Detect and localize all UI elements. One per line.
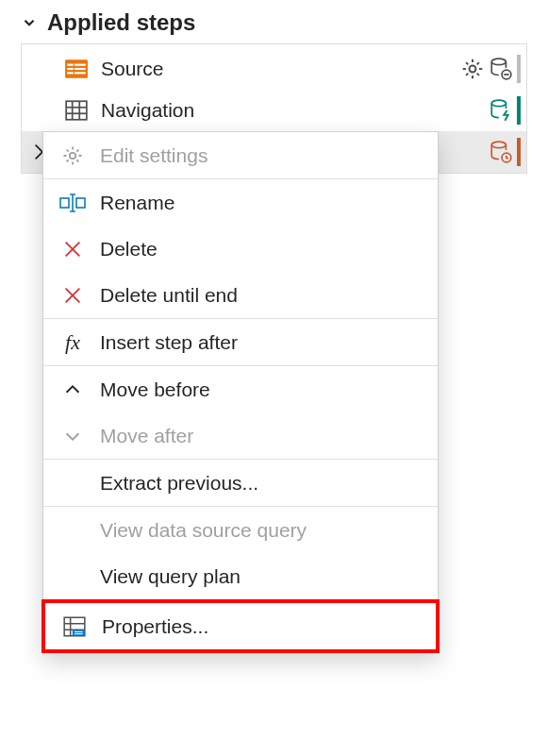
chevron-down-icon <box>57 426 89 446</box>
menu-extract-previous[interactable]: Extract previous... <box>43 460 438 506</box>
menu-move-after: Move after <box>43 412 438 459</box>
step-navigation[interactable]: Navigation <box>22 90 526 131</box>
database-minus-icon[interactable] <box>489 57 513 81</box>
menu-label: Insert step after <box>100 331 238 354</box>
menu-edit-settings: Edit settings <box>43 132 438 178</box>
menu-label: Move after <box>100 425 193 447</box>
menu-rename[interactable]: Rename <box>43 179 438 226</box>
menu-view-data-source-query: View data source query <box>43 507 438 553</box>
database-bolt-icon[interactable] <box>489 98 513 123</box>
menu-insert-step-after[interactable]: fx Insert step after <box>43 319 438 365</box>
step-actions <box>460 55 526 83</box>
menu-label: Extract previous... <box>100 472 258 495</box>
applied-steps-title: Applied steps <box>47 9 195 36</box>
applied-steps-header[interactable]: Applied steps <box>21 9 539 43</box>
delete-icon <box>57 239 89 260</box>
collapse-icon <box>21 14 38 31</box>
step-actions <box>489 138 526 166</box>
status-bar <box>517 138 521 166</box>
step-label: Navigation <box>101 99 489 122</box>
rename-icon <box>57 192 89 214</box>
svg-rect-5 <box>67 72 74 74</box>
svg-point-15 <box>491 100 506 107</box>
svg-point-7 <box>470 66 476 73</box>
menu-label: Rename <box>100 192 174 214</box>
svg-rect-35 <box>73 630 85 636</box>
source-icon <box>63 56 90 82</box>
database-clock-icon[interactable] <box>489 140 513 164</box>
gear-icon <box>57 144 89 167</box>
step-source[interactable]: Source <box>22 48 526 90</box>
delete-icon <box>57 285 89 306</box>
status-bar <box>517 55 521 83</box>
svg-rect-25 <box>76 198 85 208</box>
menu-label: Properties... <box>102 615 208 638</box>
svg-point-23 <box>70 152 75 158</box>
status-bar <box>517 96 521 125</box>
menu-label: View data source query <box>100 519 307 542</box>
menu-label: Delete until end <box>100 284 238 307</box>
properties-icon <box>58 614 91 639</box>
menu-properties[interactable]: Properties... <box>45 603 436 649</box>
menu-label: Delete <box>100 238 158 260</box>
step-label: Source <box>101 58 460 80</box>
svg-rect-3 <box>67 68 74 70</box>
svg-rect-1 <box>67 64 74 66</box>
menu-view-query-plan[interactable]: View query plan <box>43 553 438 599</box>
menu-delete[interactable]: Delete <box>43 226 438 272</box>
gear-icon[interactable] <box>460 57 485 81</box>
svg-rect-24 <box>60 198 69 208</box>
step-actions <box>489 96 526 125</box>
chevron-up-icon <box>57 379 89 400</box>
table-icon <box>63 97 90 124</box>
menu-label: Edit settings <box>100 144 208 167</box>
step-context-menu: Edit settings Rename Delete <box>42 131 439 652</box>
svg-rect-2 <box>75 64 86 66</box>
fx-icon: fx <box>57 330 89 355</box>
svg-rect-4 <box>75 68 86 70</box>
menu-move-before[interactable]: Move before <box>43 366 438 412</box>
highlight-box: Properties... <box>42 599 440 653</box>
svg-rect-10 <box>66 101 87 120</box>
svg-rect-6 <box>75 72 86 74</box>
svg-point-8 <box>491 59 506 64</box>
menu-delete-until-end[interactable]: Delete until end <box>43 272 438 318</box>
menu-label: View query plan <box>100 565 241 588</box>
svg-point-21 <box>491 142 506 148</box>
menu-label: Move before <box>100 378 210 401</box>
